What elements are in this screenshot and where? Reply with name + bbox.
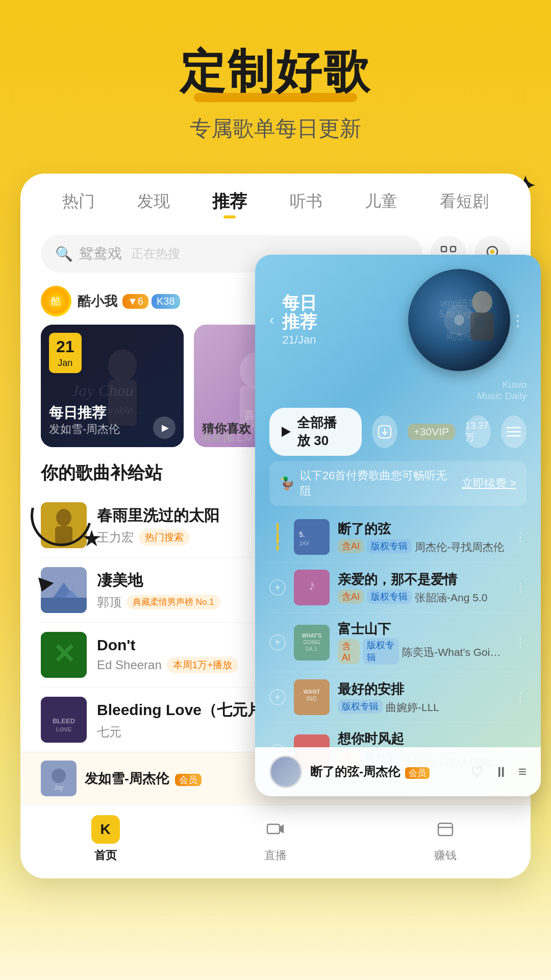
banner-date-badge: 21 Jan bbox=[49, 333, 82, 373]
overlay-title-main: 每日推荐 bbox=[282, 293, 408, 332]
overlay-song-tags-1: 含AI 版权专辑 周杰伦-寻找周杰伦 bbox=[338, 538, 506, 554]
user-avatar[interactable]: 酷 bbox=[41, 286, 71, 316]
song-add-btn-4[interactable]: + bbox=[269, 689, 286, 705]
song-thumb-4: BLEED LOVE bbox=[41, 697, 87, 743]
overlay-title-date: 21/Jan bbox=[282, 333, 408, 347]
overlay-song-info-1: 断了的弦 含AI 版权专辑 周杰伦-寻找周杰伦 bbox=[338, 520, 506, 554]
tag-ai-1: 含AI bbox=[338, 539, 364, 553]
song-tag-3: 本周1万+播放 bbox=[167, 657, 239, 673]
overlay-mini-vip: 会员 bbox=[405, 767, 430, 779]
overlay-song-title-5: 想你时风起 bbox=[338, 730, 506, 748]
tab-earn[interactable]: 赚钱 bbox=[431, 815, 460, 863]
overlay-song-title-1: 断了的弦 bbox=[338, 520, 506, 538]
svg-text:Jay: Jay bbox=[54, 784, 64, 791]
menu-icon-btn[interactable] bbox=[501, 415, 527, 448]
overlay-song-tags-3: 含AI 版权专辑 陈奕迅-What's Going On...... bbox=[338, 638, 506, 665]
overlay-song-title-2: 亲爱的，那不是爱情 bbox=[338, 571, 506, 589]
banner-card-main[interactable]: Jay Chou Incomparable... 21 Jan 每日推荐 发如雪… bbox=[41, 325, 184, 447]
kuwo-label: KuwoMusic Daily bbox=[269, 379, 527, 402]
mini-pause-icon[interactable]: ⏸ bbox=[494, 764, 508, 780]
mini-player-thumb: Jay bbox=[41, 761, 77, 796]
svg-point-12 bbox=[108, 349, 137, 382]
tag-album-1: 版权专辑 bbox=[367, 539, 412, 553]
follow-icon-btn[interactable]: 13.37万 bbox=[465, 415, 491, 448]
tab-live[interactable]: 直播 bbox=[261, 815, 290, 863]
song-more-icon-2[interactable]: ⋮ bbox=[514, 580, 527, 595]
tag-ai-3: 含AI bbox=[338, 639, 360, 664]
mini-playlist-icon[interactable]: ≡ bbox=[518, 764, 527, 780]
tab-audiobook[interactable]: 听书 bbox=[290, 190, 322, 216]
banner-play-btn[interactable]: ▶ bbox=[153, 416, 176, 439]
promo-link[interactable]: 立即续费 > bbox=[462, 476, 516, 491]
overlay-mini-thumb bbox=[269, 755, 302, 788]
svg-point-46 bbox=[472, 291, 492, 313]
hero-subtitle: 专属歌单每日更新 bbox=[0, 114, 551, 143]
tab-recommend[interactable]: 推荐 bbox=[212, 190, 247, 216]
overlay-song-tags-4: 版权专辑 曲婉婷-LLL bbox=[338, 698, 506, 715]
promo-icon: 🦆 bbox=[280, 476, 295, 491]
overlay-back-btn[interactable]: ‹ bbox=[269, 312, 274, 328]
overlay-mini-controls: ♡ ⏸ ≡ bbox=[471, 764, 527, 780]
overlay-song-item[interactable]: + WHAT'S GOING DA.J. 富士山下 含AI 版权专辑 陈奕迅-W… bbox=[269, 613, 527, 672]
nav-tabs: 热门 发现 推荐 听书 儿童 看短剧 bbox=[20, 190, 531, 227]
overlay-title-block: 每日推荐 21/Jan bbox=[282, 293, 408, 347]
overlay-header: ‹ 每日推荐 21/Jan vmp65135.ru,6xjp6+周杰伦 bbox=[269, 269, 527, 371]
live-icon bbox=[261, 815, 290, 844]
svg-rect-47 bbox=[470, 312, 494, 340]
overlay-song-item[interactable]: + WANT ING 最好的安排 版权专辑 曲婉婷-LLL ⋮ bbox=[269, 672, 527, 723]
svg-rect-43 bbox=[438, 823, 453, 836]
vip-benefit-label: +30VIP bbox=[408, 424, 455, 440]
overlay-song-title-3: 富士山下 bbox=[338, 620, 506, 638]
svg-text:BLEED: BLEED bbox=[53, 717, 75, 725]
banner-card2-sub: 喜欢你- bbox=[202, 431, 236, 447]
svg-text:ING: ING bbox=[306, 695, 317, 702]
overlay-song-item[interactable]: + ♪ 亲爱的，那不是爱情 含AI 版权专辑 张韶涵-Ang 5.0 ⋮ bbox=[269, 562, 527, 613]
overlay-mini-player[interactable]: 断了的弦-周杰伦 会员 ♡ ⏸ ≡ bbox=[255, 747, 541, 796]
svg-rect-1 bbox=[450, 247, 456, 252]
banner-subtitle: 发如雪-周杰伦 bbox=[49, 422, 120, 437]
home-icon: K bbox=[91, 815, 120, 844]
play-all-btn[interactable]: 全部播放 30 bbox=[269, 408, 362, 456]
overlay-song-thumb-1: 5. JAY bbox=[294, 519, 330, 555]
overlay-disc: vmp65135.ru,6xjp6+周杰伦 bbox=[408, 269, 510, 371]
download-icon-btn[interactable] bbox=[372, 415, 397, 448]
svg-text:WHAT'S: WHAT'S bbox=[302, 633, 322, 639]
svg-point-39 bbox=[52, 769, 66, 783]
overlay-mini-info: 断了的弦-周杰伦 会员 bbox=[310, 764, 463, 780]
svg-text:JAY: JAY bbox=[299, 540, 310, 547]
overlay-song-info-2: 亲爱的，那不是爱情 含AI 版权专辑 张韶涵-Ang 5.0 bbox=[338, 571, 506, 605]
tab-home[interactable]: K 首页 bbox=[91, 815, 120, 863]
song-more-icon-4[interactable]: ⋮ bbox=[514, 690, 527, 704]
tag-ai-2: 含AI bbox=[338, 590, 364, 604]
overlay-song-item[interactable]: 5. JAY 断了的弦 含AI 版权专辑 周杰伦-寻找周杰伦 ⋮ bbox=[269, 512, 527, 562]
hero-title: 定制好歌 bbox=[0, 0, 551, 103]
user-name: 酷小我 bbox=[78, 292, 117, 310]
tab-kids[interactable]: 儿童 bbox=[365, 190, 397, 216]
svg-text:✕: ✕ bbox=[53, 639, 76, 669]
overlay-more-btn[interactable]: ⋮ bbox=[510, 311, 527, 329]
overlay-song-thumb-3: WHAT'S GOING DA.J. bbox=[294, 625, 330, 660]
mini-heart-icon[interactable]: ♡ bbox=[471, 764, 484, 780]
tab-hot[interactable]: 热门 bbox=[62, 190, 95, 216]
svg-text:GOING: GOING bbox=[303, 640, 320, 645]
song-more-icon-3[interactable]: ⋮ bbox=[514, 635, 527, 650]
mini-player-title: 发如雪-周杰伦 bbox=[85, 771, 169, 786]
tab-discover[interactable]: 发现 bbox=[137, 190, 170, 216]
song-more-icon-1[interactable]: ⋮ bbox=[514, 530, 527, 544]
overlay-song-tags-2: 含AI 版权专辑 张韶涵-Ang 5.0 bbox=[338, 589, 506, 605]
svg-point-45 bbox=[408, 269, 510, 371]
overlay-song-info-3: 富士山下 含AI 版权专辑 陈奕迅-What's Going On...... bbox=[338, 620, 506, 665]
song-add-btn-2[interactable]: + bbox=[269, 579, 286, 596]
star-decoration: ★ bbox=[82, 525, 102, 551]
overlay-player: ‹ 每日推荐 21/Jan vmp65135.ru,6xjp6+周杰伦 bbox=[255, 255, 541, 796]
mini-player-vip-badge: 会员 bbox=[175, 774, 202, 786]
play-all-label: 全部播放 30 bbox=[297, 414, 349, 450]
tab-drama[interactable]: 看短剧 bbox=[440, 190, 489, 216]
tag-album-4: 版权专辑 bbox=[338, 699, 383, 714]
svg-text:♪: ♪ bbox=[308, 577, 315, 593]
song-add-btn-3[interactable]: + bbox=[269, 634, 286, 651]
tab-home-label: 首页 bbox=[94, 848, 117, 863]
vip-badge: ▼6 bbox=[122, 294, 148, 309]
tag-album-3: 版权专辑 bbox=[363, 638, 399, 665]
tab-earn-label: 赚钱 bbox=[434, 848, 457, 863]
